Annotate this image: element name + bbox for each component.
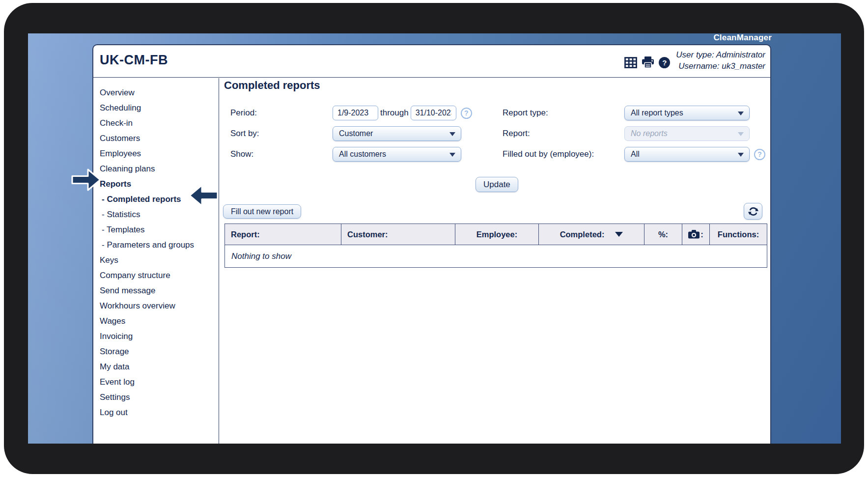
sidebar-item-workhours-overview[interactable]: Workhours overview xyxy=(93,298,219,313)
sidebar-item-my-data[interactable]: My data xyxy=(93,359,219,374)
header-icons: ? xyxy=(624,56,670,68)
report-type-value: All report types xyxy=(631,109,683,117)
period-label: Period: xyxy=(230,106,257,120)
printer-icon[interactable] xyxy=(642,56,654,68)
sidebar-item-statistics[interactable]: - Statistics xyxy=(93,207,219,222)
show-value: All customers xyxy=(339,150,386,159)
filled-out-by-dropdown[interactable]: All xyxy=(624,147,750,162)
sidebar-item-event-log[interactable]: Event log xyxy=(93,374,219,390)
report-type-dropdown[interactable]: All report types xyxy=(624,106,750,120)
through-label: through xyxy=(380,108,409,118)
sidebar-item-cleaning-plans[interactable]: Cleaning plans xyxy=(93,161,219,176)
column-header-employee: Employee: xyxy=(455,224,539,245)
sort-by-label: Sort by: xyxy=(230,126,259,141)
period-controls: through ? xyxy=(333,106,472,120)
sidebar-item-company-structure[interactable]: Company structure xyxy=(93,268,219,283)
show-control: All customers xyxy=(333,147,461,162)
sidebar-item-check-in[interactable]: Check-in xyxy=(93,115,219,131)
sidebar: Overview Scheduling Check-in Customers E… xyxy=(93,78,219,444)
refresh-button[interactable] xyxy=(744,203,762,220)
period-to-input[interactable] xyxy=(411,106,456,120)
report-label: Report: xyxy=(503,126,530,141)
sort-by-control: Customer xyxy=(333,126,461,141)
annotation-arrow-right-icon xyxy=(71,168,102,192)
column-header-functions: Functions: xyxy=(710,224,767,245)
column-header-photo: : xyxy=(682,224,710,245)
show-label: Show: xyxy=(230,147,253,162)
report-type-control: All report types xyxy=(624,106,750,120)
filled-out-by-label: Filled out by (employee): xyxy=(503,147,594,162)
screen: CleanManager UK-CM-FB xyxy=(0,0,868,477)
fill-out-new-report-button[interactable]: Fill out new report xyxy=(223,204,301,219)
column-header-percent: %: xyxy=(644,224,682,245)
user-info: User type: Administrator Username: uk3_m… xyxy=(676,49,765,72)
sort-by-value: Customer xyxy=(339,129,373,138)
sidebar-item-scheduling[interactable]: Scheduling xyxy=(93,100,219,115)
sidebar-item-settings[interactable]: Settings xyxy=(93,390,219,405)
app-title: UK-CM-FB xyxy=(100,53,168,68)
sidebar-item-parameters-and-groups[interactable]: - Parameters and groups xyxy=(93,237,219,253)
username-label: Username: uk3_master xyxy=(676,60,765,72)
sidebar-item-send-message[interactable]: Send message xyxy=(93,283,219,298)
filled-out-by-help-icon[interactable]: ? xyxy=(754,149,765,160)
sidebar-item-storage[interactable]: Storage xyxy=(93,344,219,359)
refresh-icon xyxy=(748,206,759,217)
window-header: UK-CM-FB xyxy=(93,45,770,78)
sort-desc-icon xyxy=(615,232,623,237)
main-content: Completed reports Period: through ? Repo… xyxy=(220,78,770,444)
update-button[interactable]: Update xyxy=(476,177,518,192)
sidebar-item-overview[interactable]: Overview xyxy=(93,85,219,100)
table-grid-icon[interactable] xyxy=(624,57,637,68)
filled-out-by-value: All xyxy=(631,150,640,159)
chevron-down-icon xyxy=(738,112,744,115)
period-help-icon[interactable]: ? xyxy=(461,108,472,119)
column-header-customer: Customer: xyxy=(341,224,455,245)
sidebar-item-wages[interactable]: Wages xyxy=(93,313,219,329)
show-dropdown[interactable]: All customers xyxy=(333,147,461,162)
annotation-arrow-left-icon xyxy=(188,183,219,208)
table-empty-row: Nothing to show xyxy=(225,245,767,268)
page-title: Completed reports xyxy=(224,79,320,92)
app-window: UK-CM-FB xyxy=(92,44,771,444)
sidebar-item-templates[interactable]: - Templates xyxy=(93,222,219,237)
chevron-down-icon xyxy=(449,153,455,157)
brand-logo: CleanManager xyxy=(713,33,772,43)
table-header-row: Report: Customer: Employee: Completed: %… xyxy=(225,224,767,245)
help-icon[interactable]: ? xyxy=(659,57,670,68)
camera-icon xyxy=(688,230,700,239)
sidebar-item-keys[interactable]: Keys xyxy=(93,253,219,268)
empty-message: Nothing to show xyxy=(225,245,767,268)
report-dropdown: No reports xyxy=(624,126,750,141)
period-from-input[interactable] xyxy=(333,106,378,120)
user-type-label: User type: Administrator xyxy=(676,49,765,60)
chevron-down-icon xyxy=(738,153,744,157)
sidebar-item-invoicing[interactable]: Invoicing xyxy=(93,329,219,344)
report-type-label: Report type: xyxy=(503,106,548,120)
sort-by-dropdown[interactable]: Customer xyxy=(333,126,461,141)
column-header-report: Report: xyxy=(225,224,341,245)
camera-header-suffix: : xyxy=(700,230,703,239)
sidebar-item-customers[interactable]: Customers xyxy=(93,131,219,146)
chevron-down-icon xyxy=(449,132,455,136)
column-header-completed[interactable]: Completed: xyxy=(539,224,644,245)
report-value: No reports xyxy=(631,129,668,138)
reports-table: Report: Customer: Employee: Completed: %… xyxy=(224,224,767,268)
header-right-cluster: ? User type: Administrator Username: uk3… xyxy=(624,49,765,72)
filled-out-by-control: All ? xyxy=(624,147,765,162)
completed-header-label: Completed: xyxy=(560,230,605,239)
report-control: No reports xyxy=(624,126,750,141)
sidebar-item-employees[interactable]: Employees xyxy=(93,146,219,161)
chevron-down-icon xyxy=(738,132,744,136)
sidebar-item-log-out[interactable]: Log out xyxy=(93,405,219,420)
